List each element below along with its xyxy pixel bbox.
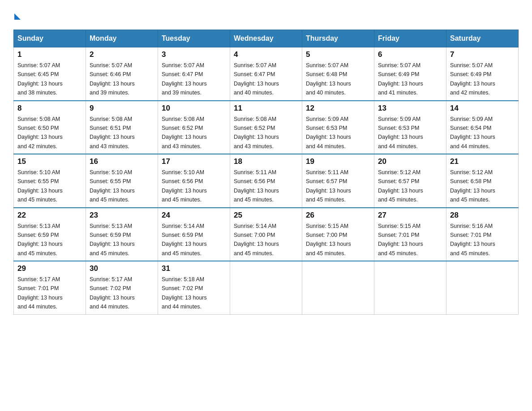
calendar-cell: 15 Sunrise: 5:10 AMSunset: 6:55 PMDaylig… xyxy=(14,154,86,208)
day-number: 24 xyxy=(162,211,226,220)
calendar-week-row: 22 Sunrise: 5:13 AMSunset: 6:59 PMDaylig… xyxy=(14,208,519,261)
page-header xyxy=(13,9,519,21)
day-number: 5 xyxy=(306,50,370,59)
calendar-cell: 23 Sunrise: 5:13 AMSunset: 6:59 PMDaylig… xyxy=(86,208,158,261)
calendar-cell xyxy=(302,261,374,314)
day-number: 20 xyxy=(378,157,442,166)
calendar-cell: 29 Sunrise: 5:17 AMSunset: 7:01 PMDaylig… xyxy=(14,261,86,314)
day-info: Sunrise: 5:07 AMSunset: 6:45 PMDaylight:… xyxy=(17,62,63,96)
day-number: 31 xyxy=(162,264,226,273)
day-number: 10 xyxy=(162,104,226,113)
day-info: Sunrise: 5:07 AMSunset: 6:49 PMDaylight:… xyxy=(378,62,423,96)
day-info: Sunrise: 5:13 AMSunset: 6:59 PMDaylight:… xyxy=(17,223,63,257)
day-info: Sunrise: 5:07 AMSunset: 6:49 PMDaylight:… xyxy=(450,62,495,96)
day-info: Sunrise: 5:10 AMSunset: 6:55 PMDaylight:… xyxy=(17,169,63,203)
calendar-week-row: 1 Sunrise: 5:07 AMSunset: 6:45 PMDayligh… xyxy=(14,47,519,101)
weekday-header-sunday: Sunday xyxy=(14,30,86,47)
calendar-cell: 5 Sunrise: 5:07 AMSunset: 6:48 PMDayligh… xyxy=(302,47,374,101)
day-number: 11 xyxy=(234,104,298,113)
calendar-cell: 18 Sunrise: 5:11 AMSunset: 6:56 PMDaylig… xyxy=(230,154,302,208)
calendar-cell: 19 Sunrise: 5:11 AMSunset: 6:57 PMDaylig… xyxy=(302,154,374,208)
day-number: 21 xyxy=(450,157,515,166)
calendar-week-row: 15 Sunrise: 5:10 AMSunset: 6:55 PMDaylig… xyxy=(14,154,519,208)
calendar-cell: 1 Sunrise: 5:07 AMSunset: 6:45 PMDayligh… xyxy=(14,47,86,101)
day-number: 22 xyxy=(17,211,82,220)
day-info: Sunrise: 5:16 AMSunset: 7:01 PMDaylight:… xyxy=(450,223,495,257)
logo xyxy=(13,9,21,21)
day-number: 29 xyxy=(17,264,82,273)
day-number: 27 xyxy=(378,211,442,220)
day-info: Sunrise: 5:08 AMSunset: 6:52 PMDaylight:… xyxy=(162,116,207,150)
day-number: 13 xyxy=(378,104,442,113)
day-info: Sunrise: 5:09 AMSunset: 6:53 PMDaylight:… xyxy=(378,116,423,150)
day-number: 19 xyxy=(306,157,370,166)
calendar-cell: 30 Sunrise: 5:17 AMSunset: 7:02 PMDaylig… xyxy=(86,261,158,314)
day-info: Sunrise: 5:08 AMSunset: 6:51 PMDaylight:… xyxy=(90,116,135,150)
day-info: Sunrise: 5:18 AMSunset: 7:02 PMDaylight:… xyxy=(162,276,207,310)
day-number: 3 xyxy=(162,50,226,59)
calendar-cell: 7 Sunrise: 5:07 AMSunset: 6:49 PMDayligh… xyxy=(446,47,519,101)
day-info: Sunrise: 5:09 AMSunset: 6:53 PMDaylight:… xyxy=(306,116,351,150)
calendar-cell: 26 Sunrise: 5:15 AMSunset: 7:00 PMDaylig… xyxy=(302,208,374,261)
day-number: 4 xyxy=(234,50,298,59)
calendar-cell: 20 Sunrise: 5:12 AMSunset: 6:57 PMDaylig… xyxy=(374,154,446,208)
day-info: Sunrise: 5:14 AMSunset: 6:59 PMDaylight:… xyxy=(162,223,207,257)
day-info: Sunrise: 5:12 AMSunset: 6:58 PMDaylight:… xyxy=(450,169,495,203)
day-info: Sunrise: 5:14 AMSunset: 7:00 PMDaylight:… xyxy=(234,223,279,257)
day-number: 30 xyxy=(90,264,154,273)
day-number: 25 xyxy=(234,211,298,220)
calendar-cell: 14 Sunrise: 5:09 AMSunset: 6:54 PMDaylig… xyxy=(446,101,519,154)
calendar-cell xyxy=(230,261,302,314)
day-info: Sunrise: 5:15 AMSunset: 7:01 PMDaylight:… xyxy=(378,223,423,257)
day-number: 15 xyxy=(17,157,82,166)
day-number: 14 xyxy=(450,104,515,113)
calendar-cell: 11 Sunrise: 5:08 AMSunset: 6:52 PMDaylig… xyxy=(230,101,302,154)
day-number: 1 xyxy=(17,50,82,59)
calendar-cell: 4 Sunrise: 5:07 AMSunset: 6:47 PMDayligh… xyxy=(230,47,302,101)
day-info: Sunrise: 5:17 AMSunset: 7:02 PMDaylight:… xyxy=(90,276,135,310)
weekday-header-wednesday: Wednesday xyxy=(230,30,302,47)
calendar-cell: 2 Sunrise: 5:07 AMSunset: 6:46 PMDayligh… xyxy=(86,47,158,101)
day-info: Sunrise: 5:10 AMSunset: 6:55 PMDaylight:… xyxy=(90,169,135,203)
day-info: Sunrise: 5:15 AMSunset: 7:00 PMDaylight:… xyxy=(306,223,351,257)
day-info: Sunrise: 5:07 AMSunset: 6:47 PMDaylight:… xyxy=(234,62,279,96)
logo-arrow-icon xyxy=(14,13,21,20)
day-info: Sunrise: 5:10 AMSunset: 6:56 PMDaylight:… xyxy=(162,169,207,203)
calendar-cell xyxy=(374,261,446,314)
calendar-cell: 9 Sunrise: 5:08 AMSunset: 6:51 PMDayligh… xyxy=(86,101,158,154)
day-info: Sunrise: 5:07 AMSunset: 6:47 PMDaylight:… xyxy=(162,62,207,96)
day-number: 8 xyxy=(17,104,82,113)
calendar-cell: 24 Sunrise: 5:14 AMSunset: 6:59 PMDaylig… xyxy=(158,208,230,261)
calendar-cell: 3 Sunrise: 5:07 AMSunset: 6:47 PMDayligh… xyxy=(158,47,230,101)
calendar-cell: 17 Sunrise: 5:10 AMSunset: 6:56 PMDaylig… xyxy=(158,154,230,208)
day-number: 6 xyxy=(378,50,442,59)
day-number: 18 xyxy=(234,157,298,166)
day-number: 17 xyxy=(162,157,226,166)
day-info: Sunrise: 5:11 AMSunset: 6:56 PMDaylight:… xyxy=(234,169,279,203)
calendar-cell: 16 Sunrise: 5:10 AMSunset: 6:55 PMDaylig… xyxy=(86,154,158,208)
day-info: Sunrise: 5:07 AMSunset: 6:48 PMDaylight:… xyxy=(306,62,351,96)
day-info: Sunrise: 5:13 AMSunset: 6:59 PMDaylight:… xyxy=(90,223,135,257)
calendar-cell: 22 Sunrise: 5:13 AMSunset: 6:59 PMDaylig… xyxy=(14,208,86,261)
calendar-cell xyxy=(446,261,519,314)
weekday-header-friday: Friday xyxy=(374,30,446,47)
day-info: Sunrise: 5:08 AMSunset: 6:50 PMDaylight:… xyxy=(17,116,63,150)
weekday-header-thursday: Thursday xyxy=(302,30,374,47)
day-number: 26 xyxy=(306,211,370,220)
day-info: Sunrise: 5:17 AMSunset: 7:01 PMDaylight:… xyxy=(17,276,63,310)
calendar-cell: 28 Sunrise: 5:16 AMSunset: 7:01 PMDaylig… xyxy=(446,208,519,261)
calendar-cell: 10 Sunrise: 5:08 AMSunset: 6:52 PMDaylig… xyxy=(158,101,230,154)
day-info: Sunrise: 5:09 AMSunset: 6:54 PMDaylight:… xyxy=(450,116,495,150)
calendar-header-row: SundayMondayTuesdayWednesdayThursdayFrid… xyxy=(14,30,519,47)
calendar-cell: 27 Sunrise: 5:15 AMSunset: 7:01 PMDaylig… xyxy=(374,208,446,261)
weekday-header-monday: Monday xyxy=(86,30,158,47)
day-number: 12 xyxy=(306,104,370,113)
weekday-header-tuesday: Tuesday xyxy=(158,30,230,47)
calendar-week-row: 29 Sunrise: 5:17 AMSunset: 7:01 PMDaylig… xyxy=(14,261,519,314)
day-number: 2 xyxy=(90,50,154,59)
day-number: 9 xyxy=(90,104,154,113)
day-number: 28 xyxy=(450,211,515,220)
day-number: 7 xyxy=(450,50,515,59)
calendar-cell: 12 Sunrise: 5:09 AMSunset: 6:53 PMDaylig… xyxy=(302,101,374,154)
day-info: Sunrise: 5:12 AMSunset: 6:57 PMDaylight:… xyxy=(378,169,423,203)
